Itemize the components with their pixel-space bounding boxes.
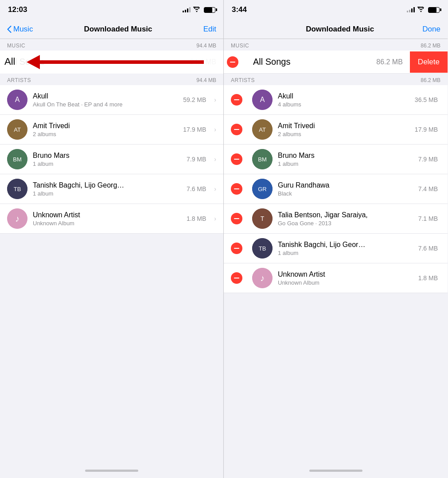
list-item[interactable]: A Akull Akull On The Beat · EP and 4 mor… [0,85,223,115]
right-status-bar: 3:44 [224,0,448,20]
wifi-icon [193,6,200,13]
list-item[interactable]: ♪ Unknown Artist Unknown Album 1.8 MB [224,263,448,293]
artist-name: Guru Randhawa [278,181,413,189]
artist-size: 59.2 MB [183,96,206,103]
avatar: T [252,208,273,229]
right-all-songs-label: All Songs [253,57,291,67]
home-indicator [0,463,223,478]
list-item[interactable]: TB Tanishk Bagchi, Lijo Geor… 1 album 7.… [224,234,448,263]
left-status-bar: 12:03 [0,0,223,20]
chevron-right-icon: › [214,126,216,133]
artist-size: 7.9 MB [187,156,206,163]
list-item[interactable]: AT Amit Trivedi 2 albums 17.9 MB › [0,115,223,145]
left-status-icons [183,6,215,13]
delete-icon[interactable] [231,94,242,106]
right-artists-list: A Akull 4 albums 36.5 MB AT Amit Trivedi… [224,85,448,293]
list-item[interactable]: AT Amit Trivedi 2 albums 17.9 MB [224,115,448,145]
all-songs-delete-row: All Songs 86.2 MB Delete [224,51,448,74]
artist-size: 7.1 MB [418,215,438,222]
left-music-size: 94.4 MB [196,43,216,49]
wifi-icon [417,6,425,13]
svg-text:♪: ♪ [260,273,265,283]
right-artists-label: ARTISTS [231,77,255,83]
artist-sub: Unknown Album [278,279,413,286]
avatar: A [7,90,27,110]
signal-icon [183,7,191,12]
artist-size: 7.4 MB [418,185,438,192]
left-time: 12:03 [8,5,27,14]
avatar: BM [252,149,273,169]
signal-icon [407,7,415,12]
artist-size: 17.9 MB [183,126,206,133]
svg-text:AT: AT [14,126,21,133]
list-item[interactable]: T Talia Bentson, Jigar Saraiya, Go Goa G… [224,204,448,234]
chevron-right-icon: › [214,215,216,222]
delete-minus-icon[interactable] [227,56,238,68]
avatar: GR [252,179,273,199]
svg-text:GR: GR [258,186,267,192]
battery-icon [428,7,440,13]
svg-text:BM: BM [258,156,267,163]
back-button[interactable]: Music [7,25,33,34]
artist-name: Akull [278,92,409,100]
right-artists-header: ARTISTS 86.2 MB [224,74,448,85]
delete-icon[interactable] [231,124,242,135]
artist-size: 7.6 MB [187,185,206,192]
all-songs-label: All Songs [7,57,45,67]
artist-name: Amit Trivedi [278,122,409,130]
artist-sub: 1 album [33,190,181,197]
artist-name: Bruno Mars [33,152,181,160]
chevron-right-icon: › [214,96,216,103]
home-indicator [224,463,448,478]
artist-name: Talia Bentson, Jigar Saraiya, [278,211,413,219]
list-item[interactable]: BM Bruno Mars 1 album 7.9 MB [224,145,448,174]
right-artists-size: 86.2 MB [421,77,440,83]
svg-text:T: T [261,215,265,222]
delete-icon[interactable] [231,213,242,224]
svg-text:BM: BM [13,156,22,163]
delete-icon[interactable] [231,272,242,284]
right-panel: 3:44 Downloaded Music Done MUSIC 86.2 MB [224,0,448,478]
edit-button[interactable]: Edit [203,25,216,34]
avatar: TB [7,179,27,199]
delete-icon[interactable] [231,153,242,165]
chevron-right-icon: › [214,185,216,192]
list-item[interactable]: A Akull 4 albums 36.5 MB [224,85,448,115]
right-music-size: 86.2 MB [421,43,440,49]
avatar: AT [252,119,273,140]
left-artists-list: A Akull Akull On The Beat · EP and 4 mor… [0,85,223,234]
done-button[interactable]: Done [422,25,440,34]
artist-name: Amit Trivedi [33,122,178,130]
all-songs-row[interactable]: All Songs 94.4 MB All [0,51,223,74]
left-panel: 12:03 Music Downloaded Music Edit MUSIC [0,0,224,478]
left-nav-bar: Music Downloaded Music Edit [0,20,223,39]
all-songs-size: 94.4 MB [190,58,216,66]
svg-text:A: A [260,96,265,103]
avatar: ♪ [252,268,273,288]
artist-name: Unknown Artist [33,211,181,219]
artist-sub: 1 album [278,161,413,167]
artist-sub: Black [278,190,413,197]
artist-size: 1.8 MB [418,274,438,282]
delete-icon[interactable] [231,243,242,254]
delete-button[interactable]: Delete [410,51,448,73]
left-artists-label: ARTISTS [7,77,31,83]
battery-icon [204,7,215,13]
svg-text:TB: TB [259,245,266,252]
artist-size: 36.5 MB [415,96,438,103]
left-nav-title: Downloaded Music [84,25,152,34]
artist-name: Tanishk Bagchi, Lijo Geor… [278,241,413,249]
list-item[interactable]: GR Guru Randhawa Black 7.4 MB [224,174,448,204]
chevron-right-icon: › [214,156,216,163]
svg-text:A: A [15,96,20,103]
delete-icon[interactable] [231,183,242,195]
artist-sub: Unknown Album [33,220,181,227]
artist-name: Akull [33,92,178,100]
list-item[interactable]: BM Bruno Mars 1 album 7.9 MB › [0,145,223,174]
left-music-label: MUSIC [7,43,25,49]
artist-size: 7.6 MB [418,245,438,252]
list-item[interactable]: TB Tanishk Bagchi, Lijo Georg… 1 album 7… [0,174,223,204]
avatar: BM [7,149,27,169]
svg-text:AT: AT [259,126,266,133]
list-item[interactable]: ♪ Unknown Artist Unknown Album 1.8 MB › [0,204,223,234]
